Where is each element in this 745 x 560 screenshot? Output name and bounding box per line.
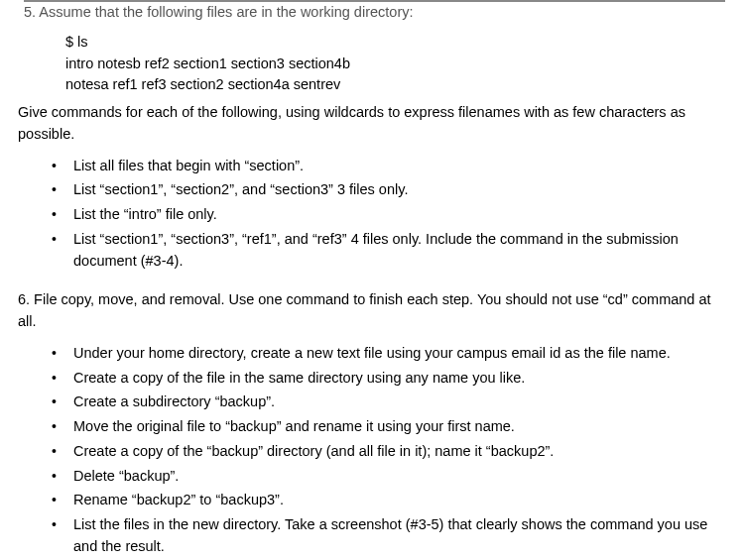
shell-prompt-line: $ ls bbox=[65, 32, 727, 54]
list-item: List the “intro” file only. bbox=[18, 204, 727, 226]
question-6-bullets: Under your home directory, create a new … bbox=[18, 343, 727, 558]
bullet-text: List the “intro” file only. bbox=[73, 206, 217, 222]
bullet-text: List “section1”, “section3”, “ref1”, and… bbox=[73, 231, 679, 269]
list-item: Under your home directory, create a new … bbox=[18, 343, 727, 365]
bullet-text: List “section1”, “section2”, and “sectio… bbox=[73, 181, 408, 197]
list-item: Create a subdirectory “backup”. bbox=[18, 392, 727, 413]
list-item: Create a copy of the file in the same di… bbox=[18, 368, 727, 390]
bullet-text: Under your home directory, create a new … bbox=[73, 345, 671, 361]
list-item: Rename “backup2” to “backup3”. bbox=[18, 490, 727, 511]
bullet-text: Move the original file to “backup” and r… bbox=[73, 418, 515, 434]
ls-output-line-1: intro notesb ref2 section1 section3 sect… bbox=[65, 54, 727, 75]
list-item: Delete “backup”. bbox=[18, 466, 727, 488]
ls-output-line-2: notesa ref1 ref3 section2 section4a sent… bbox=[65, 74, 727, 96]
document-page: 5. Assume that the following files are i… bbox=[0, 0, 745, 560]
list-item: List “section1”, “section3”, “ref1”, and… bbox=[18, 229, 727, 273]
bullet-text: Create a subdirectory “backup”. bbox=[73, 393, 275, 409]
bullet-text: Delete “backup”. bbox=[73, 468, 179, 484]
bullet-text: List all files that begin with “section”… bbox=[73, 158, 304, 173]
question-5: 5. Assume that the following files are i… bbox=[24, 0, 725, 26]
list-item: Create a copy of the “backup” directory … bbox=[18, 441, 727, 463]
question-5-title: 5. Assume that the following files are i… bbox=[24, 2, 725, 26]
question-6-title: 6. File copy, move, and removal. Use one… bbox=[18, 289, 727, 333]
question-5-instruction: Give commands for each of the following,… bbox=[18, 102, 727, 146]
ls-output-block: $ ls intro notesb ref2 section1 section3… bbox=[65, 32, 727, 96]
list-item: Move the original file to “backup” and r… bbox=[18, 416, 727, 438]
bullet-text: Rename “backup2” to “backup3”. bbox=[73, 492, 284, 507]
bullet-text: Create a copy of the file in the same di… bbox=[73, 370, 525, 386]
bullet-text: List the files in the new directory. Tak… bbox=[73, 516, 707, 554]
list-item: List the files in the new directory. Tak… bbox=[18, 514, 727, 558]
bullet-text: Create a copy of the “backup” directory … bbox=[73, 443, 554, 459]
question-5-bullets: List all files that begin with “section”… bbox=[18, 156, 727, 273]
list-item: List all files that begin with “section”… bbox=[18, 156, 727, 177]
list-item: List “section1”, “section2”, and “sectio… bbox=[18, 179, 727, 201]
